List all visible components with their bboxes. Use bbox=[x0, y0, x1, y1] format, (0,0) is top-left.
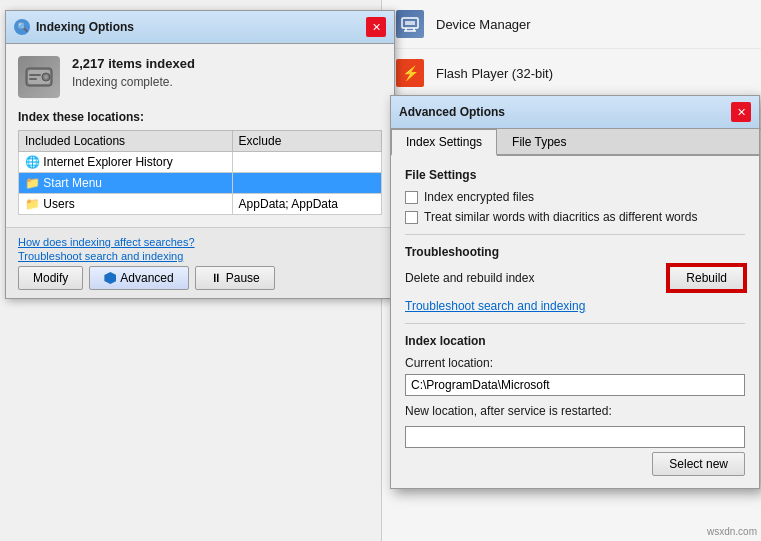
index-encrypted-label: Index encrypted files bbox=[424, 190, 534, 204]
current-location-input[interactable] bbox=[405, 374, 745, 396]
status-row: 2,217 items indexed Indexing complete. bbox=[18, 56, 382, 98]
how-does-link[interactable]: How does indexing affect searches? bbox=[18, 236, 195, 248]
indexing-close-button[interactable]: ✕ bbox=[366, 17, 386, 37]
new-location-label: New location, after service is restarted… bbox=[405, 404, 745, 418]
indexing-title-icon: 🔍 bbox=[14, 19, 30, 35]
svg-rect-1 bbox=[405, 21, 415, 25]
troubleshoot-link[interactable]: Troubleshoot search and indexing bbox=[18, 250, 195, 262]
device-manager-icon bbox=[396, 10, 424, 38]
ie-icon: 🌐 bbox=[25, 155, 40, 169]
advanced-button[interactable]: Advanced bbox=[89, 266, 188, 290]
index-locations-label: Index these locations: bbox=[18, 110, 382, 124]
advanced-titlebar: Advanced Options ✕ bbox=[391, 96, 759, 129]
table-row[interactable]: 📁 Start Menu bbox=[19, 173, 382, 194]
pause-icon: ⏸ bbox=[210, 271, 222, 285]
location-exclude bbox=[232, 173, 381, 194]
watermark: wsxdn.com bbox=[707, 526, 757, 537]
current-location-label: Current location: bbox=[405, 356, 745, 370]
location-name: 📁 Users bbox=[19, 194, 233, 215]
svg-rect-10 bbox=[29, 78, 37, 80]
advanced-title: Advanced Options bbox=[399, 105, 505, 119]
status-text: 2,217 items indexed Indexing complete. bbox=[72, 56, 195, 89]
index-encrypted-checkbox[interactable] bbox=[405, 191, 418, 204]
index-location-label: Index location bbox=[405, 334, 745, 348]
troubleshooting-label: Troubleshooting bbox=[405, 245, 745, 259]
troubleshoot-section: Troubleshooting Delete and rebuild index… bbox=[405, 245, 745, 313]
rebuild-row: Delete and rebuild index Rebuild bbox=[405, 265, 745, 291]
delete-rebuild-label: Delete and rebuild index bbox=[405, 271, 534, 285]
hdd-icon bbox=[18, 56, 60, 98]
shield-icon bbox=[104, 272, 116, 284]
file-settings-label: File Settings bbox=[405, 168, 745, 182]
advanced-body: File Settings Index encrypted files Trea… bbox=[391, 156, 759, 488]
folder-icon: 📁 bbox=[25, 176, 40, 190]
checkbox-treat-similar[interactable]: Treat similar words with diacritics as d… bbox=[405, 210, 745, 224]
trouble-link[interactable]: Troubleshoot search and indexing bbox=[405, 299, 585, 313]
modify-button[interactable]: Modify bbox=[18, 266, 83, 290]
location-name: 🌐 Internet Explorer History bbox=[19, 152, 233, 173]
pause-button[interactable]: ⏸ Pause bbox=[195, 266, 275, 290]
folder-icon: 📁 bbox=[25, 197, 40, 211]
index-location-section: Index location Current location: New loc… bbox=[405, 334, 745, 476]
rebuild-button[interactable]: Rebuild bbox=[668, 265, 745, 291]
indexing-titlebar: 🔍 Indexing Options ✕ bbox=[6, 11, 394, 44]
treat-similar-label: Treat similar words with diacritics as d… bbox=[424, 210, 697, 224]
new-location-row: New location, after service is restarted… bbox=[405, 404, 745, 476]
table-row[interactable]: 📁 Users AppData; AppData bbox=[19, 194, 382, 215]
indexing-footer: How does indexing affect searches? Troub… bbox=[6, 227, 394, 298]
tab-index-settings[interactable]: Index Settings bbox=[391, 129, 497, 156]
tab-bar: Index Settings File Types bbox=[391, 129, 759, 156]
exclude-column-header: Exclude bbox=[232, 131, 381, 152]
table-row[interactable]: 🌐 Internet Explorer History bbox=[19, 152, 382, 173]
checkbox-index-encrypted[interactable]: Index encrypted files bbox=[405, 190, 745, 204]
indexing-status: Indexing complete. bbox=[72, 75, 195, 89]
location-exclude: AppData; AppData bbox=[232, 194, 381, 215]
flash-icon: ⚡ bbox=[396, 59, 424, 87]
location-exclude bbox=[232, 152, 381, 173]
new-location-input[interactable] bbox=[405, 426, 745, 448]
items-count: 2,217 items indexed bbox=[72, 56, 195, 71]
svg-rect-9 bbox=[29, 74, 41, 76]
svg-point-8 bbox=[44, 75, 48, 79]
indexing-title: 🔍 Indexing Options bbox=[14, 19, 134, 35]
device-manager-label: Device Manager bbox=[436, 17, 531, 32]
footer-links: How does indexing affect searches? Troub… bbox=[18, 236, 195, 262]
divider bbox=[405, 234, 745, 235]
advanced-options-dialog: Advanced Options ✕ Index Settings File T… bbox=[390, 95, 760, 489]
treat-similar-checkbox[interactable] bbox=[405, 211, 418, 224]
flash-player-item[interactable]: ⚡ Flash Player (32-bit) bbox=[382, 49, 761, 98]
locations-table: Included Locations Exclude 🌐 Internet Ex… bbox=[18, 130, 382, 215]
footer-buttons: Modify Advanced ⏸ Pause bbox=[18, 266, 275, 290]
location-name: 📁 Start Menu bbox=[19, 173, 233, 194]
flash-icon-container: ⚡ bbox=[394, 57, 426, 89]
device-manager-item[interactable]: Device Manager bbox=[382, 0, 761, 49]
device-manager-icon-container bbox=[394, 8, 426, 40]
flash-player-label: Flash Player (32-bit) bbox=[436, 66, 553, 81]
tab-file-types[interactable]: File Types bbox=[497, 129, 581, 156]
advanced-close-button[interactable]: ✕ bbox=[731, 102, 751, 122]
included-column-header: Included Locations bbox=[19, 131, 233, 152]
divider-2 bbox=[405, 323, 745, 324]
select-new-button[interactable]: Select new bbox=[652, 452, 745, 476]
indexing-options-dialog: 🔍 Indexing Options ✕ 2,217 items indexed… bbox=[5, 10, 395, 299]
indexing-body: 2,217 items indexed Indexing complete. I… bbox=[6, 44, 394, 227]
